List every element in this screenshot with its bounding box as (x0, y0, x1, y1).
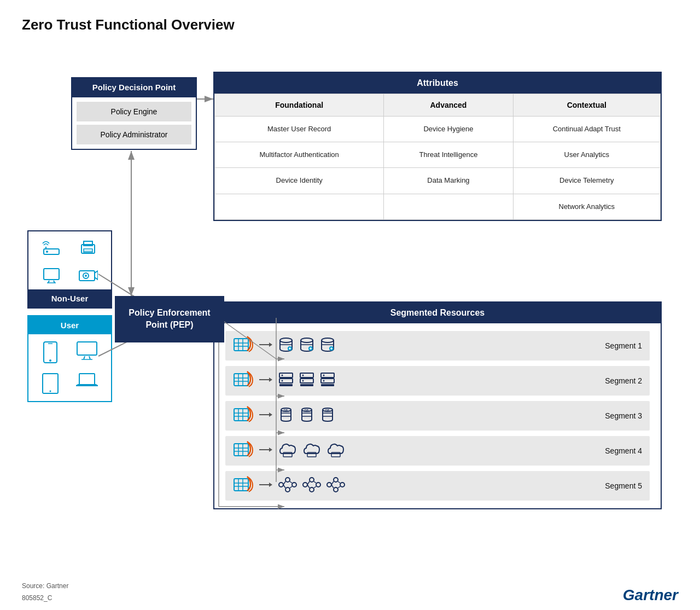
nonuser-label: Non-User (28, 289, 111, 307)
router-icon (42, 237, 61, 257)
policy-administrator: Policy Administrator (77, 125, 191, 144)
firewall-icon (233, 440, 254, 461)
pdp-box: Policy Decision Point Policy Engine Poli… (71, 77, 197, 150)
attr-cell: Multifactor Authentication (215, 142, 384, 168)
attr-cell: Continual Adapt Trust (513, 117, 660, 142)
firewall-icon (233, 370, 254, 391)
svg-rect-102 (234, 444, 248, 456)
laptop-icon (76, 373, 98, 389)
svg-line-142 (338, 486, 340, 488)
svg-marker-26 (95, 271, 98, 280)
svg-rect-75 (300, 384, 313, 386)
svg-rect-80 (321, 384, 334, 386)
tv-icon (42, 264, 61, 284)
seg-resource-icon-database (299, 336, 315, 355)
arrow-icon (259, 375, 272, 386)
source-code: 805852_C (22, 592, 678, 605)
seg-row: DB DB DBSegment 3 (225, 401, 650, 431)
col-contextual: Contextual (513, 94, 660, 117)
svg-line-141 (338, 481, 340, 483)
svg-point-51 (301, 338, 313, 342)
svg-line-33 (84, 356, 85, 359)
firewall-icon (233, 335, 254, 356)
svg-rect-39 (234, 339, 248, 351)
attr-cell: Device Identity (215, 168, 384, 194)
svg-rect-38 (79, 374, 95, 385)
attr-cell (215, 194, 384, 219)
svg-point-120 (285, 478, 290, 482)
svg-line-140 (331, 485, 334, 488)
svg-rect-21 (44, 269, 59, 280)
seg-label: Segment 3 (605, 411, 642, 420)
svg-line-123 (283, 481, 285, 485)
svg-point-136 (334, 478, 338, 482)
svg-line-125 (290, 481, 292, 483)
seg-resource-icon-barrel: DB (299, 406, 315, 425)
svg-point-135 (327, 483, 331, 487)
monitor-icon (76, 341, 98, 361)
user-section: User (27, 315, 112, 402)
seg-resource-icon-cloud (278, 441, 298, 460)
svg-point-71 (282, 375, 283, 376)
tablet-icon (42, 341, 59, 364)
seg-row: Segment 5 (225, 471, 650, 501)
svg-point-46 (280, 338, 292, 342)
arrow-icon (259, 480, 272, 491)
attr-cell: Threat Intelligence (384, 142, 513, 168)
svg-rect-112 (234, 479, 248, 491)
seg-row: Segment 4 (225, 436, 650, 466)
seg-resource-icon-server (319, 371, 336, 390)
seg-row: Segment 1 (225, 331, 650, 361)
attr-cell: Data Marking (384, 168, 513, 194)
tablet2-icon (42, 373, 59, 394)
segmented-box: Segmented Resources Segment 1 Segment 2 (213, 301, 662, 509)
svg-point-121 (285, 487, 290, 492)
svg-point-127 (303, 483, 307, 487)
seg-label: Segment 2 (605, 376, 642, 385)
attributes-table: Foundational Advanced Contextual Master … (214, 94, 661, 220)
seg-resource-icon-server (278, 371, 294, 390)
pdp-title: Policy Decision Point (92, 83, 176, 92)
seg-resource-icon-cloud (326, 441, 346, 460)
svg-rect-32 (77, 342, 97, 355)
seg-row: Segment 2 (225, 366, 650, 396)
attr-cell (384, 194, 513, 219)
seg-resource-icon-server (299, 371, 315, 390)
svg-rect-19 (84, 249, 92, 252)
pep-title: Policy Enforcement Point (PEP) (129, 308, 210, 329)
camera-icon (78, 264, 98, 284)
col-advanced: Advanced (384, 94, 513, 117)
policy-engine: Policy Engine (77, 102, 191, 121)
svg-text:DB: DB (284, 409, 288, 412)
svg-point-82 (323, 380, 325, 382)
svg-line-131 (307, 481, 310, 485)
nonuser-section: Non-User (27, 230, 112, 309)
svg-marker-89 (269, 413, 272, 417)
svg-rect-83 (234, 409, 248, 421)
firewall-icon (233, 475, 254, 496)
svg-point-37 (49, 391, 51, 392)
attr-cell: Master User Record (215, 117, 384, 142)
attributes-box: Attributes Foundational Advanced Context… (213, 72, 662, 221)
svg-point-28 (85, 275, 87, 277)
segmented-header: Segmented Resources (214, 303, 661, 323)
svg-point-129 (310, 487, 314, 492)
attr-cell: Network Analytics (513, 194, 660, 219)
attr-cell: Device Hygiene (384, 117, 513, 142)
svg-rect-70 (279, 384, 293, 386)
seg-resource-icon-barrel: DB (278, 406, 294, 425)
seg-resource-icon-network (278, 477, 298, 495)
gartner-logo: Gartner (623, 586, 678, 604)
svg-line-126 (290, 486, 292, 488)
firewall-icon (233, 405, 254, 426)
attr-cell: User Analytics (513, 142, 660, 168)
svg-rect-61 (234, 374, 248, 386)
svg-point-30 (49, 359, 51, 362)
seg-label: Segment 1 (605, 341, 642, 350)
svg-point-77 (302, 380, 304, 382)
svg-point-56 (322, 338, 334, 342)
user-label: User (28, 316, 111, 334)
seg-label: Segment 4 (605, 446, 642, 455)
attr-cell: Device Telemetry (513, 168, 660, 194)
svg-point-130 (316, 483, 320, 487)
